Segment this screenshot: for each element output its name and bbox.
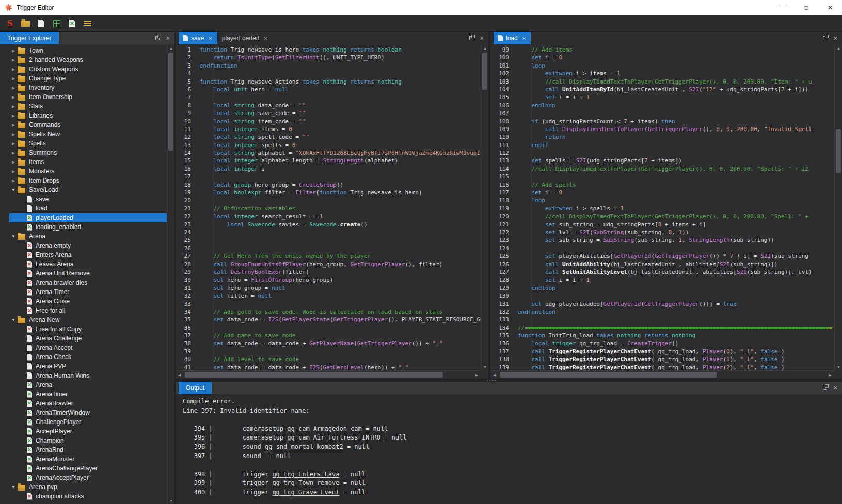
scrollbar-thumb[interactable] bbox=[168, 53, 173, 151]
output-tab[interactable]: Output bbox=[179, 382, 212, 394]
explorer-scrollbar[interactable]: ▲ ▼ bbox=[167, 44, 174, 504]
tree-item-loading-enabled[interactable]: loading_enabled bbox=[9, 222, 167, 232]
tree-item-arenamonster[interactable]: ArenaMonster bbox=[9, 454, 167, 464]
variable-grid-icon[interactable] bbox=[50, 17, 63, 30]
code-editor-save[interactable]: 1234567891011121314151617181920212223242… bbox=[176, 44, 481, 370]
tree-item-arena[interactable]: ▼Arena bbox=[9, 232, 167, 241]
tree-item-arena-timer[interactable]: Arena Timer bbox=[9, 287, 167, 297]
expand-arrow-icon[interactable]: ▶ bbox=[9, 95, 18, 100]
tree-item-arenatimer[interactable]: ArenaTimer bbox=[9, 389, 167, 399]
tree-item-arena-challenge[interactable]: Arena Challenge bbox=[9, 334, 167, 343]
tree-item-spells[interactable]: ▶Spells bbox=[9, 139, 167, 148]
tab-playerloaded[interactable]: playerLoaded✕ bbox=[217, 32, 273, 44]
expand-arrow-icon[interactable]: ▶ bbox=[9, 123, 18, 127]
tree-item-arena-pvp[interactable]: ▼Arena pvp bbox=[9, 482, 167, 492]
vertical-scrollbar[interactable]: ▲ ▼ bbox=[481, 44, 488, 370]
close-panel-icon[interactable]: ✕ bbox=[833, 36, 838, 41]
minimize-button[interactable]: — bbox=[771, 0, 795, 15]
expand-arrow-icon[interactable]: ▶ bbox=[9, 160, 18, 165]
expand-arrow-icon[interactable]: ▶ bbox=[9, 58, 18, 62]
maximize-button[interactable]: □ bbox=[795, 0, 818, 15]
tree-item-load[interactable]: load bbox=[9, 204, 167, 213]
scroll-right-icon[interactable]: ▶ bbox=[472, 371, 481, 379]
expand-arrow-icon[interactable]: ▶ bbox=[9, 141, 18, 146]
tree-item-arenarnd[interactable]: ArenaRnd bbox=[9, 445, 167, 454]
code-editor-load[interactable]: 9910010110210310410510610710810911011111… bbox=[490, 44, 834, 370]
float-panel-icon[interactable] bbox=[823, 386, 827, 390]
tree-item-town[interactable]: ▶Town bbox=[9, 46, 167, 55]
expand-arrow-icon[interactable]: ▶ bbox=[9, 113, 18, 118]
tree-item-arena[interactable]: Arena bbox=[9, 380, 167, 389]
scroll-down-icon[interactable]: ▼ bbox=[481, 363, 489, 370]
scroll-up-icon[interactable]: ▲ bbox=[481, 44, 489, 52]
expand-arrow-icon[interactable]: ▶ bbox=[9, 67, 18, 72]
scroll-right-icon[interactable]: ▶ bbox=[826, 371, 834, 379]
float-panel-icon[interactable] bbox=[155, 36, 160, 40]
float-panel-icon[interactable] bbox=[823, 36, 827, 40]
tree-item-items[interactable]: ▶Items bbox=[9, 157, 167, 167]
tree-item-arena-accept[interactable]: Arena Accept bbox=[9, 343, 167, 352]
tree-item-challengeplayer[interactable]: ChallengePlayer bbox=[9, 417, 167, 427]
tree-item-arena-empty[interactable]: Arena empty bbox=[9, 241, 167, 250]
expand-arrow-icon[interactable]: ▶ bbox=[9, 132, 18, 137]
tree-item-summons[interactable]: ▶Summons bbox=[9, 148, 167, 157]
tree-item-stats[interactable]: ▶Stats bbox=[9, 102, 167, 111]
scroll-down-icon[interactable]: ▼ bbox=[835, 363, 842, 370]
tree-item-arena-brawler-dies[interactable]: Arena brawler dies bbox=[9, 278, 167, 287]
scroll-up-icon[interactable]: ▲ bbox=[835, 44, 842, 52]
tab-close-icon[interactable]: ✕ bbox=[208, 36, 212, 41]
jass-script-icon[interactable]: S bbox=[3, 17, 17, 30]
collapse-arrow-icon[interactable]: ▼ bbox=[9, 234, 18, 239]
tree-item-arena-unit-remove[interactable]: Arena Unit Remove bbox=[9, 269, 167, 278]
expand-arrow-icon[interactable]: ▶ bbox=[9, 48, 18, 53]
close-panel-icon[interactable]: ✕ bbox=[833, 385, 838, 391]
expand-arrow-icon[interactable]: ▶ bbox=[9, 178, 18, 183]
expand-arrow-icon[interactable]: ▶ bbox=[9, 169, 18, 174]
tree-item-arena-close[interactable]: Arena Close bbox=[9, 297, 167, 306]
tree-item-arenabrawler[interactable]: ArenaBrawler bbox=[9, 399, 167, 408]
tree-item-acceptplayer[interactable]: AcceptPlayer bbox=[9, 427, 167, 436]
tree-item-arena-human-wins[interactable]: Arena Human Wins bbox=[9, 371, 167, 380]
close-button[interactable]: ✕ bbox=[818, 0, 842, 15]
float-panel-icon[interactable] bbox=[469, 36, 473, 40]
scrollbar-thumb[interactable] bbox=[836, 129, 841, 173]
new-file-icon[interactable] bbox=[34, 17, 48, 30]
tree-item-custom-weapons[interactable]: ▶Custom Weapons bbox=[9, 64, 167, 74]
tree-item-inventory[interactable]: ▶Inventory bbox=[9, 83, 167, 92]
tab-load[interactable]: load✕ bbox=[494, 32, 531, 44]
open-folder-icon[interactable] bbox=[19, 17, 33, 30]
tree-item-2-handed-weapons[interactable]: ▶2-handed Weapons bbox=[9, 55, 167, 64]
tree-item-save[interactable]: save bbox=[9, 194, 167, 204]
tree-item-item-drops[interactable]: ▶Item Drops bbox=[9, 176, 167, 185]
scroll-down-icon[interactable]: ▼ bbox=[167, 497, 175, 504]
tree-item-arena-pvp[interactable]: Arena PVP bbox=[9, 362, 167, 371]
expand-arrow-icon[interactable]: ▶ bbox=[9, 76, 18, 81]
tree-item-arena-new[interactable]: ▼Arena New bbox=[9, 315, 167, 324]
tree-item-item-ownership[interactable]: ▶Item Ownership bbox=[9, 92, 167, 102]
explorer-title-tab[interactable]: Trigger Explorer bbox=[0, 32, 59, 44]
tree-item-free-for-all[interactable]: Free for all bbox=[9, 306, 167, 315]
tree-item-leaves-arena[interactable]: Leaves Arena bbox=[9, 259, 167, 269]
trigger-script-icon[interactable] bbox=[65, 17, 79, 30]
collapse-arrow-icon[interactable]: ▼ bbox=[9, 318, 18, 322]
tree-item-commands[interactable]: ▶Commands bbox=[9, 120, 167, 129]
tab-close-icon[interactable]: ✕ bbox=[522, 36, 526, 41]
tree-item-playerloaded[interactable]: playerLoaded bbox=[9, 213, 167, 222]
expand-arrow-icon[interactable]: ▶ bbox=[9, 86, 18, 90]
tree-item-arenaacceptplayer[interactable]: ArenaAcceptPlayer bbox=[9, 473, 167, 482]
close-panel-icon[interactable]: ✕ bbox=[166, 36, 170, 41]
tree-item-spells-new[interactable]: ▶Spells New bbox=[9, 129, 167, 139]
vertical-scrollbar[interactable]: ▲ ▼ bbox=[834, 44, 842, 370]
tree-item-arena-check[interactable]: Arena Check bbox=[9, 352, 167, 362]
scroll-left-icon[interactable]: ◀ bbox=[490, 371, 499, 379]
scrollbar-thumb[interactable] bbox=[482, 53, 487, 90]
tree-item-enters-arena[interactable]: Enters Arena bbox=[9, 250, 167, 259]
collapse-arrow-icon[interactable]: ▼ bbox=[9, 485, 18, 490]
trigger-tree[interactable]: ▶Town▶2-handed Weapons▶Custom Weapons▶Ch… bbox=[0, 44, 167, 504]
tab-save[interactable]: save✕ bbox=[179, 32, 217, 44]
tree-item-change-type[interactable]: ▶Change Type bbox=[9, 74, 167, 83]
expand-arrow-icon[interactable]: ▶ bbox=[9, 151, 18, 155]
tree-item-champion[interactable]: Champion bbox=[9, 436, 167, 445]
horizontal-scrollbar[interactable]: ◀ ▶ bbox=[176, 370, 481, 379]
tree-item-save-load[interactable]: ▼Save/Load bbox=[9, 185, 167, 194]
